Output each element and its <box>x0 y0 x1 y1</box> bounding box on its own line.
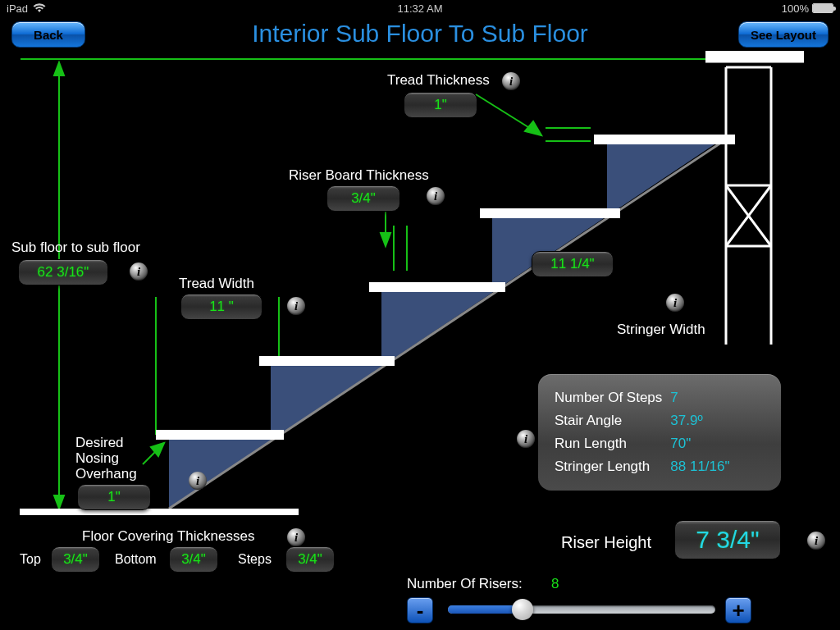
risers-plus-button[interactable]: + <box>725 597 751 623</box>
fc-steps-label: Steps <box>238 552 272 567</box>
svg-marker-7 <box>525 121 541 135</box>
results-panel: Number Of Steps7 Stair Angle37.9º Run Le… <box>538 374 781 491</box>
nosing-info-icon[interactable]: i <box>189 472 207 490</box>
results-row: Stringer Length88 11/16" <box>555 456 737 477</box>
fc-top-input[interactable]: 3/4" <box>51 546 100 573</box>
results-row: Run Length70" <box>555 433 737 454</box>
tread-thickness-label: Tread Thickness <box>387 72 490 89</box>
results-row: Number Of Steps7 <box>555 387 737 409</box>
nosing-label: Desired Nosing Overhang <box>75 435 137 482</box>
tread-thickness-input[interactable]: 1" <box>404 92 477 118</box>
tread-width-info-icon[interactable]: i <box>287 297 305 315</box>
fc-bottom-label: Bottom <box>115 552 157 567</box>
nosing-label-2: Nosing <box>75 450 119 466</box>
results-key: Stair Angle <box>555 410 669 431</box>
svg-rect-31 <box>259 356 395 366</box>
risers-slider-thumb[interactable] <box>512 599 533 620</box>
svg-marker-11 <box>381 233 390 246</box>
nosing-input[interactable]: 1" <box>77 484 151 510</box>
results-value: 37.9º <box>670 410 736 431</box>
nosing-label-3: Overhang <box>75 466 137 482</box>
fc-steps-input[interactable]: 3/4" <box>285 546 335 573</box>
riser-height-label: Riser Height <box>561 533 651 552</box>
svg-rect-33 <box>480 208 620 218</box>
riser-board-thickness-input[interactable]: 3/4" <box>326 185 400 212</box>
num-risers-label: Number Of Risers: <box>407 576 523 592</box>
results-key: Stringer Length <box>555 456 669 477</box>
tread-width-label: Tread Width <box>179 276 254 292</box>
svg-marker-3 <box>54 495 64 509</box>
results-key: Run Length <box>555 433 669 454</box>
svg-rect-35 <box>20 509 299 515</box>
results-value: 7 <box>670 387 736 409</box>
sub-floor-info-icon[interactable]: i <box>130 262 148 281</box>
stringer-width-input[interactable]: 11 1/4" <box>532 251 614 277</box>
results-value: 88 11/16" <box>670 456 736 477</box>
risers-slider-fill <box>448 605 522 614</box>
floor-covering-info-icon[interactable]: i <box>287 528 305 546</box>
riser-height-info-icon[interactable]: i <box>807 532 825 550</box>
risers-minus-button[interactable]: - <box>407 597 433 623</box>
riser-height-display: 7 3/4" <box>674 520 781 559</box>
riser-board-thickness-label: Riser Board Thickness <box>289 167 429 184</box>
results-info-icon[interactable]: i <box>517 430 535 448</box>
fc-top-label: Top <box>20 552 41 567</box>
svg-rect-34 <box>594 135 735 144</box>
results-row: Stair Angle37.9º <box>555 410 737 431</box>
fc-bottom-input[interactable]: 3/4" <box>169 546 218 573</box>
svg-marker-2 <box>54 62 64 75</box>
riser-board-thickness-info-icon[interactable]: i <box>427 187 445 205</box>
tread-width-input[interactable]: 11 " <box>180 294 262 320</box>
results-key: Number Of Steps <box>555 387 669 409</box>
tread-thickness-info-icon[interactable]: i <box>502 72 520 90</box>
stringer-width-label: Stringer Width <box>617 322 705 338</box>
results-table: Number Of Steps7 Stair Angle37.9º Run Le… <box>553 386 738 479</box>
svg-rect-28 <box>705 51 804 61</box>
floor-covering-label: Floor Covering Thicknesses <box>82 528 254 545</box>
stringer-width-info-icon[interactable]: i <box>666 294 684 312</box>
risers-slider[interactable] <box>448 605 715 614</box>
results-value: 70" <box>670 433 736 454</box>
sub-floor-input[interactable]: 62 3/16" <box>18 259 108 285</box>
num-risers-value: 8 <box>551 576 559 592</box>
sub-floor-label: Sub floor to sub floor <box>11 240 140 256</box>
nosing-label-1: Desired <box>75 435 124 450</box>
svg-rect-30 <box>156 430 284 440</box>
svg-rect-32 <box>369 282 505 292</box>
